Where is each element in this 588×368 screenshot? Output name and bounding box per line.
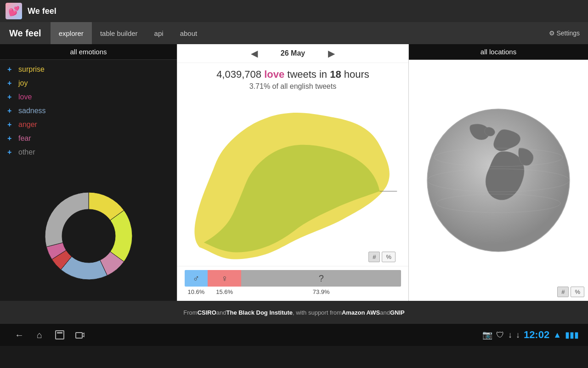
percent-button[interactable]: % bbox=[382, 252, 396, 262]
date-label: 26 May bbox=[281, 49, 305, 58]
status-right: 📷 🛡 ↓ ↓ 12:02 ▲ ▮▮▮ bbox=[482, 329, 579, 341]
emotion-joy[interactable]: + joy bbox=[0, 76, 177, 90]
emotion-other[interactable]: + other bbox=[0, 145, 177, 159]
unknown-icon: ? bbox=[319, 273, 324, 284]
date-nav: ◀ 26 May ▶ bbox=[177, 44, 408, 63]
nav-table-builder[interactable]: table builder bbox=[92, 22, 146, 44]
svg-rect-5 bbox=[57, 332, 62, 334]
blob-chart bbox=[187, 93, 399, 266]
next-date-button[interactable]: ▶ bbox=[323, 48, 339, 59]
plus-icon-surprise: + bbox=[7, 65, 15, 74]
globe-count-button[interactable]: # bbox=[557, 287, 569, 297]
title-text: We feel bbox=[28, 6, 57, 16]
footer-csiro: CSIRO bbox=[198, 309, 216, 316]
emotion-name-stat: love bbox=[264, 69, 284, 80]
footer: From CSIRO and The Black Dog Institute ,… bbox=[0, 301, 588, 324]
title-bar: 💕 We feel bbox=[0, 0, 588, 22]
count-button[interactable]: # bbox=[368, 252, 380, 262]
gender-male-bar: ♂ bbox=[185, 270, 208, 287]
plus-icon-anger: + bbox=[7, 121, 15, 129]
svg-rect-6 bbox=[76, 333, 82, 338]
right-panel-header: all locations bbox=[409, 44, 588, 60]
footer-aws: Amazon AWS bbox=[342, 309, 380, 316]
plus-icon-love: + bbox=[7, 93, 15, 101]
emotion-list: + surprise + joy + love + sadness + ange… bbox=[0, 60, 177, 162]
shield-status-icon: 🛡 bbox=[496, 330, 504, 340]
plus-icon-joy: + bbox=[7, 79, 15, 87]
sidebar-header: all emotions bbox=[0, 44, 177, 60]
emotion-fear[interactable]: + fear bbox=[0, 132, 177, 145]
viewfinder-button[interactable] bbox=[70, 325, 90, 345]
emotion-sadness[interactable]: + sadness bbox=[0, 104, 177, 118]
recents-button[interactable] bbox=[50, 325, 70, 345]
donut-chart-area bbox=[0, 162, 177, 301]
footer-support: , with support from bbox=[293, 309, 342, 316]
gender-unknown-bar: ? bbox=[241, 270, 401, 287]
footer-blackdog: The Black Dog Institute bbox=[226, 309, 293, 316]
download2-status-icon: ↓ bbox=[516, 330, 520, 340]
app-icon: 💕 bbox=[6, 3, 22, 19]
nav-about[interactable]: about bbox=[172, 22, 206, 44]
footer-and2: and bbox=[380, 309, 390, 316]
globe-percent-button[interactable]: % bbox=[571, 287, 584, 297]
footer-from: From bbox=[183, 309, 197, 316]
main-content: all emotions + surprise + joy + love + s… bbox=[0, 44, 588, 301]
emotion-label-fear: fear bbox=[18, 134, 31, 143]
sidebar: all emotions + surprise + joy + love + s… bbox=[0, 44, 177, 301]
download-status-icon: ↓ bbox=[508, 330, 512, 340]
donut-segment-other bbox=[45, 192, 89, 247]
globe-svg bbox=[420, 102, 577, 259]
emotion-label-love: love bbox=[18, 93, 32, 101]
gender-labels: 10.6% 15.6% 73.9% bbox=[185, 288, 401, 295]
stats-percent: 3.71% of all english tweets bbox=[177, 82, 408, 91]
unknown-percent: 73.9% bbox=[241, 288, 401, 295]
female-percent: 15.6% bbox=[208, 288, 241, 295]
gender-bar-area: ♂ ♀ ? 10.6% 15.6% 73.9% bbox=[177, 266, 408, 301]
wifi-icon: ▲ bbox=[553, 330, 561, 340]
chart-toggle-buttons: # % bbox=[368, 252, 396, 262]
recents-icon bbox=[55, 330, 65, 340]
gender-bar: ♂ ♀ ? bbox=[185, 270, 401, 287]
emotion-love[interactable]: + love bbox=[0, 90, 177, 104]
nav-explorer[interactable]: explorer bbox=[51, 22, 92, 44]
right-panel: all locations bbox=[409, 44, 588, 301]
svg-rect-4 bbox=[56, 331, 64, 339]
donut-chart bbox=[20, 183, 158, 280]
hours-count: 18 bbox=[330, 69, 341, 80]
male-icon: ♂ bbox=[192, 273, 199, 284]
viewfinder-icon bbox=[75, 330, 85, 340]
footer-gnip: GNIP bbox=[390, 309, 405, 316]
emotion-label-surprise: surprise bbox=[18, 65, 45, 74]
camera-status-icon: 📷 bbox=[482, 330, 492, 340]
tweet-count: 4,039,708 bbox=[216, 69, 261, 80]
blob-chart-container: # % bbox=[187, 93, 399, 266]
back-button[interactable]: ← bbox=[9, 325, 29, 345]
tweets-suffix: tweets in bbox=[287, 69, 330, 80]
footer-and: and bbox=[216, 309, 226, 316]
prev-date-button[interactable]: ◀ bbox=[246, 48, 262, 59]
emotion-label-sadness: sadness bbox=[18, 107, 46, 115]
emotion-surprise[interactable]: + surprise bbox=[0, 63, 177, 76]
emotion-anger[interactable]: + anger bbox=[0, 118, 177, 132]
clock: 12:02 bbox=[524, 329, 549, 341]
settings-button[interactable]: ⚙ Settings bbox=[541, 22, 588, 44]
emotion-label-joy: joy bbox=[18, 79, 28, 87]
hours-unit: hours bbox=[344, 69, 369, 80]
nav-api[interactable]: api bbox=[146, 22, 172, 44]
gender-female-bar: ♀ bbox=[208, 270, 241, 287]
battery-icon: ▮▮▮ bbox=[565, 330, 579, 340]
stats-area: 4,039,708 love tweets in 18 hours 3.71% … bbox=[177, 63, 408, 93]
plus-icon-other: + bbox=[7, 148, 15, 156]
globe-area: # % bbox=[409, 60, 588, 301]
emotion-label-other: other bbox=[18, 148, 35, 156]
emotion-label-anger: anger bbox=[18, 121, 37, 129]
svg-marker-7 bbox=[82, 333, 84, 337]
stats-count: 4,039,708 love tweets in 18 hours bbox=[177, 69, 408, 80]
plus-icon-sadness: + bbox=[7, 107, 15, 115]
app-name-nav: We feel bbox=[0, 22, 51, 44]
center-panel: ◀ 26 May ▶ 4,039,708 love tweets in 18 h… bbox=[177, 44, 409, 301]
nav-bar: We feel explorer table builder api about… bbox=[0, 22, 588, 44]
home-button[interactable]: ⌂ bbox=[29, 325, 50, 345]
status-bar: ← ⌂ 📷 🛡 ↓ ↓ 12:02 ▲ ▮▮▮ bbox=[0, 324, 588, 346]
plus-icon-fear: + bbox=[7, 134, 15, 143]
